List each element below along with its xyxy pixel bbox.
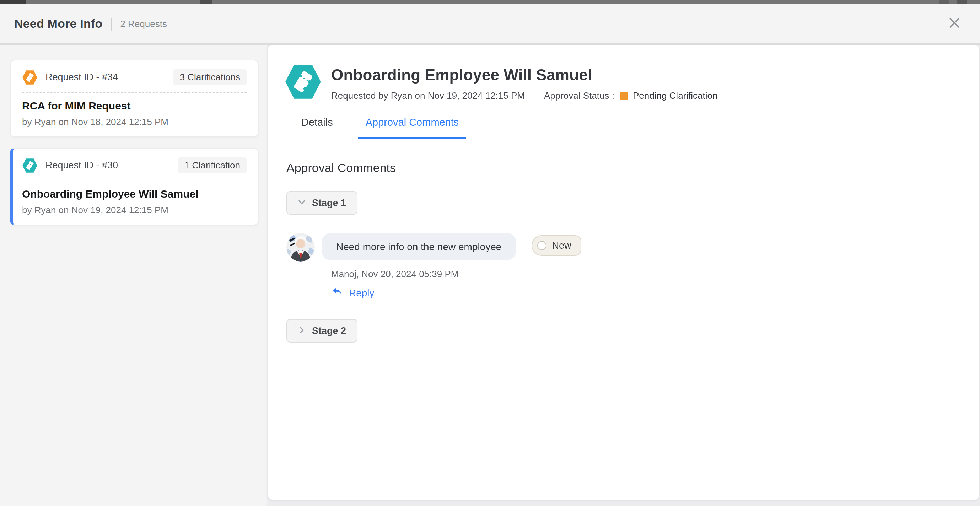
clarification-count-badge: 1 Clarification [178, 157, 247, 173]
request-title: Onboarding Employee Will Samuel [22, 188, 247, 200]
close-icon [947, 16, 961, 32]
stage-2-toggle[interactable]: Stage 2 [286, 319, 358, 342]
section-title: Approval Comments [286, 161, 962, 175]
background-browser-strip [0, 0, 980, 4]
close-button[interactable] [945, 13, 964, 35]
dialog-body: Request ID - #34 3 Clarifications RCA fo… [0, 45, 980, 506]
requested-by-text: Requested by Ryan on Nov 19, 2024 12:15 … [331, 90, 525, 101]
dashed-divider [22, 180, 247, 181]
reply-button[interactable]: Reply [331, 286, 374, 299]
request-list-sidebar: Request ID - #34 3 Clarifications RCA fo… [0, 45, 267, 506]
clarification-count-badge: 3 Clarifications [173, 69, 247, 85]
need-more-info-dialog: Need More Info 2 Requests [0, 0, 980, 506]
approval-comments-section: Approval Comments Stage 1 [268, 139, 979, 342]
tab-details[interactable]: Details [294, 116, 340, 139]
ticket-hexagon-icon [284, 62, 322, 102]
dialog-header: Need More Info 2 Requests [0, 4, 980, 45]
tab-approval-comments[interactable]: Approval Comments [358, 116, 466, 139]
chevron-down-icon [298, 197, 305, 208]
new-status-tag[interactable]: New [531, 235, 581, 256]
header-divider [111, 18, 111, 30]
request-id-label: Request ID - #34 [46, 72, 118, 83]
meta-divider [534, 90, 535, 101]
page-title: Onboarding Employee Will Samuel [331, 66, 718, 84]
approval-status-value: Pending Clarification [633, 90, 718, 101]
ticket-hexagon-icon [22, 158, 38, 173]
comment-author-timestamp: Manoj, Nov 20, 2024 05:39 PM [331, 269, 515, 279]
detail-tabs: Details Approval Comments [268, 102, 979, 139]
request-byline: by Ryan on Nov 19, 2024 12:15 PM [22, 205, 247, 215]
ticket-hexagon-icon [22, 69, 38, 85]
dashed-divider [22, 92, 247, 93]
comment-bubble: Need more info on the new employee [322, 233, 515, 260]
request-count: 2 Requests [120, 19, 167, 29]
request-card-34[interactable]: Request ID - #34 3 Clarifications RCA fo… [10, 60, 259, 137]
request-id-label: Request ID - #30 [46, 160, 118, 170]
request-card-30[interactable]: Request ID - #30 1 Clarification Onboard… [10, 148, 259, 225]
approval-status-label: Approval Status : [544, 90, 614, 101]
request-title: RCA for MIM Request [22, 100, 247, 111]
dialog-title: Need More Info [14, 17, 102, 31]
avatar [286, 233, 315, 261]
request-byline: by Ryan on Nov 18, 2024 12:15 PM [22, 116, 247, 127]
request-meta-row: Requested by Ryan on Nov 19, 2024 12:15 … [331, 90, 718, 101]
reply-arrow-icon [331, 286, 342, 299]
tag-hole-icon [537, 241, 546, 250]
status-color-square [620, 91, 628, 100]
stage-1-toggle[interactable]: Stage 1 [286, 191, 358, 215]
chevron-right-icon [298, 326, 305, 336]
request-detail-header: Onboarding Employee Will Samuel Requeste… [268, 46, 979, 102]
request-detail-panel: Onboarding Employee Will Samuel Requeste… [267, 45, 980, 500]
comment-item: Need more info on the new employee Manoj… [286, 233, 962, 300]
